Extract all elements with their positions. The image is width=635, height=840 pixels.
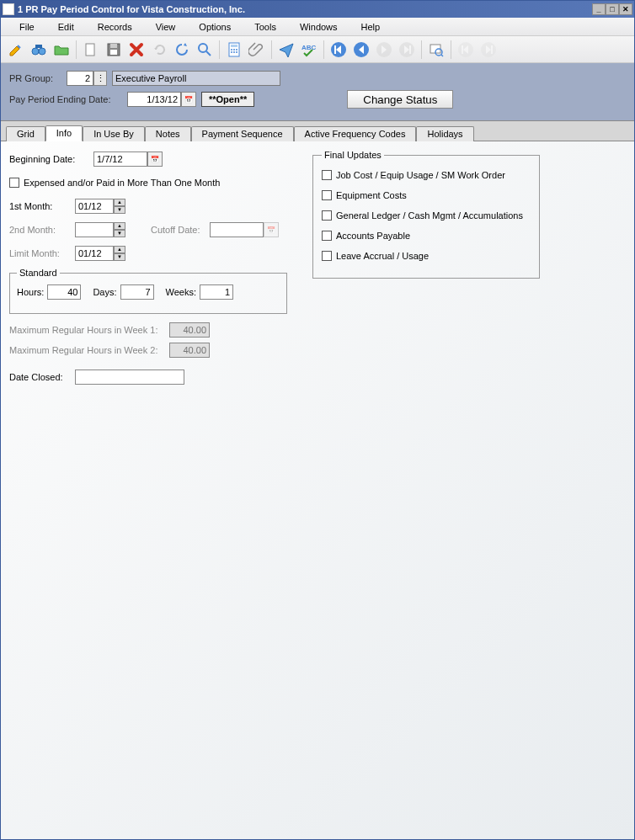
payperiod-label: Pay Period Ending Date: [9, 94, 127, 104]
menu-records[interactable]: Records [86, 20, 144, 34]
limit-down: ▼ [114, 253, 125, 261]
month1-up[interactable]: ▲ [114, 199, 125, 206]
month2-down: ▼ [114, 230, 125, 237]
titlebar: 1 PR Pay Period Control for Vista Constr… [1, 1, 634, 18]
undo-icon[interactable] [149, 40, 169, 60]
menu-edit[interactable]: Edit [46, 20, 86, 34]
window-title: 1 PR Pay Period Control for Vista Constr… [18, 4, 592, 14]
tab-body: Beginning Date: 📅 Expensed and/or Paid i… [1, 141, 634, 839]
maximize-button[interactable]: □ [606, 3, 619, 15]
minimize-button[interactable]: _ [592, 3, 606, 15]
next-record-icon[interactable] [374, 40, 394, 60]
month2-input [75, 222, 114, 237]
svg-text:ABC: ABC [301, 44, 317, 51]
cutoff-label: Cutoff Date: [151, 225, 210, 235]
fu-leave-checkbox[interactable] [322, 251, 332, 261]
app-icon [3, 3, 14, 15]
tab-holidays[interactable]: Holidays [416, 126, 473, 141]
hours-label: Hours: [17, 287, 44, 297]
fu-gl-checkbox[interactable] [322, 210, 332, 221]
send-icon[interactable] [276, 40, 296, 60]
prgroup-label: PR Group: [9, 73, 67, 83]
weeks-label: Weeks: [166, 287, 196, 297]
prgroup-lookup-button[interactable]: ⋮ [93, 71, 107, 86]
svg-point-15 [236, 51, 237, 53]
month1-down[interactable]: ▼ [114, 206, 125, 214]
payperiod-calendar-icon[interactable]: 📅 [181, 92, 196, 107]
new-icon[interactable] [81, 40, 101, 60]
prgroup-input[interactable] [67, 71, 93, 86]
tabstrip: Grid Info In Use By Notes Payment Sequen… [1, 121, 634, 141]
days-label: Days: [93, 287, 116, 297]
fu-jobcost-label: Job Cost / Equip Usage / SM Work Order [336, 170, 505, 180]
payperiod-input[interactable] [127, 92, 181, 107]
limit-label: Limit Month: [9, 248, 75, 258]
last-record-icon[interactable] [397, 40, 417, 60]
tab-info[interactable]: Info [45, 125, 83, 141]
preview-icon[interactable] [426, 40, 446, 60]
nav-forward-icon[interactable] [478, 40, 499, 60]
edit-icon[interactable] [6, 40, 26, 60]
expensed-label: Expensed and/or Paid in More Than One Mo… [24, 178, 220, 188]
spellcheck-icon[interactable]: ABC [299, 40, 319, 60]
fu-ap-checkbox[interactable] [322, 231, 332, 241]
tab-active-frequency[interactable]: Active Frequency Codes [294, 126, 417, 141]
tab-inuseby[interactable]: In Use By [83, 126, 145, 141]
svg-point-7 [199, 44, 207, 52]
search-icon[interactable] [195, 40, 215, 60]
fu-gl-label: General Ledger / Cash Mgmt / Accumulatio… [336, 210, 523, 221]
delete-icon[interactable] [126, 40, 147, 60]
svg-point-12 [236, 49, 237, 51]
menu-windows[interactable]: Windows [288, 20, 350, 34]
standard-fieldset: Standard Hours: Days: Weeks: [9, 268, 287, 314]
cutoff-input [210, 222, 264, 237]
close-button[interactable]: ✕ [619, 3, 632, 15]
save-icon[interactable] [104, 40, 124, 60]
tab-payment-sequence[interactable]: Payment Sequence [191, 126, 294, 141]
fu-jobcost-checkbox[interactable] [322, 170, 332, 180]
svg-point-14 [233, 51, 235, 53]
calculator-icon[interactable] [224, 40, 244, 60]
svg-rect-5 [110, 44, 117, 48]
menu-options[interactable]: Options [187, 20, 243, 34]
beginning-date-input[interactable] [93, 152, 147, 167]
prev-record-icon[interactable] [351, 40, 371, 60]
nav-back-icon[interactable] [456, 40, 476, 60]
month1-input[interactable] [75, 199, 114, 214]
refresh-icon[interactable] [172, 40, 192, 60]
closed-input[interactable] [75, 369, 184, 385]
menu-tools[interactable]: Tools [243, 20, 288, 34]
max2-label: Maximum Regular Hours in Week 2: [9, 345, 169, 355]
toolbar: ABC [1, 36, 634, 63]
svg-rect-18 [334, 45, 336, 54]
menu-help[interactable]: Help [350, 20, 392, 34]
weeks-input[interactable] [200, 284, 233, 300]
tab-notes[interactable]: Notes [145, 126, 191, 141]
limit-up: ▲ [114, 246, 125, 253]
menu-file[interactable]: File [8, 20, 46, 34]
svg-point-1 [39, 48, 45, 55]
expensed-checkbox[interactable] [9, 178, 19, 188]
max2-input [169, 343, 210, 358]
header-form: PR Group: ⋮ Pay Period Ending Date: 📅 **… [1, 63, 634, 121]
standard-legend: Standard [17, 268, 60, 278]
menu-view[interactable]: View [144, 20, 188, 34]
svg-rect-26 [462, 45, 463, 54]
main-window: 1 PR Pay Period Control for Vista Constr… [0, 0, 635, 840]
beginning-calendar-icon[interactable]: 📅 [147, 152, 163, 167]
folder-icon[interactable] [51, 40, 72, 60]
binoculars-icon[interactable] [29, 40, 49, 60]
svg-point-0 [32, 48, 39, 55]
cutoff-calendar-icon: 📅 [264, 222, 279, 237]
fu-equipcosts-checkbox[interactable] [322, 190, 332, 200]
first-record-icon[interactable] [328, 40, 349, 60]
tab-grid[interactable]: Grid [6, 126, 45, 141]
days-input[interactable] [120, 284, 154, 300]
change-status-button[interactable]: Change Status [347, 90, 453, 109]
beginning-date-label: Beginning Date: [9, 154, 93, 164]
limit-input [75, 246, 114, 261]
prgroup-desc [112, 71, 280, 86]
max1-input [169, 322, 210, 338]
hours-input[interactable] [47, 284, 81, 300]
attachment-icon[interactable] [247, 40, 267, 60]
